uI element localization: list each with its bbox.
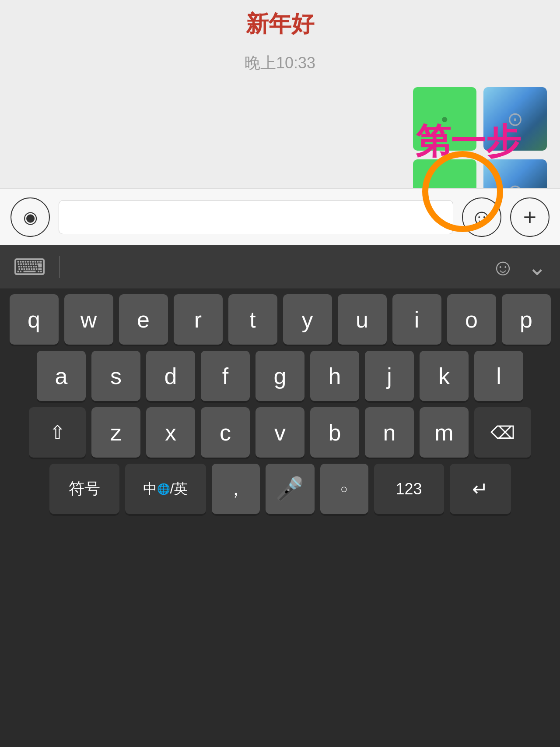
key-row-1: q w e r t y u i o p <box>4 294 556 345</box>
key-a[interactable]: a <box>37 351 86 401</box>
key-l[interactable]: l <box>474 351 523 401</box>
key-f[interactable]: f <box>201 351 250 401</box>
shift-arrow-icon: ⇧ <box>49 421 66 444</box>
key-e[interactable]: e <box>119 294 168 345</box>
key-row-4: 符号 中🌐/英 ， 🎤 ○ 123 ↵ <box>4 464 556 514</box>
table-row <box>413 87 547 151</box>
space-key[interactable]: 🎤 <box>266 464 315 514</box>
key-p[interactable]: p <box>502 294 551 345</box>
title-bar: 新年好 <box>0 0 560 44</box>
plus-icon: + <box>523 206 536 229</box>
emoji-button[interactable]: ☺ <box>462 197 501 237</box>
lang-key[interactable]: 中🌐/英 <box>125 464 206 514</box>
backspace-icon: ⌫ <box>490 423 515 443</box>
chat-area: 新年好 晚上10:33 第一步 <box>0 0 560 188</box>
shift-key[interactable]: ⇧ <box>29 407 86 458</box>
key-q[interactable]: q <box>10 294 59 345</box>
key-g[interactable]: g <box>256 351 304 401</box>
keyboard-toolbar: ⌨ ☺ ⌄ <box>0 245 560 289</box>
return-key[interactable]: ↵ <box>450 464 511 514</box>
symbol-key[interactable]: 符号 <box>49 464 119 514</box>
message-thumb-green-1[interactable] <box>413 87 476 151</box>
backspace-key[interactable]: ⌫ <box>474 407 531 458</box>
keyboard-divider <box>59 256 60 278</box>
keys-area: q w e r t y u i o p a s d f g h j k l ⇧ … <box>0 289 560 747</box>
voice-button[interactable]: ◉ <box>10 197 50 237</box>
keyboard-left-controls: ⌨ <box>13 254 60 280</box>
period-key[interactable]: ○ <box>320 464 368 514</box>
timestamp: 晚上10:33 <box>245 53 315 74</box>
message-thumb-photo-1[interactable] <box>483 87 547 151</box>
keyboard-dismiss-icon[interactable]: ⌄ <box>528 254 547 280</box>
num-key[interactable]: 123 <box>374 464 444 514</box>
text-input[interactable] <box>59 200 453 234</box>
key-row-3: ⇧ z x c v b n m ⌫ <box>4 407 556 458</box>
key-n[interactable]: n <box>365 407 414 458</box>
key-o[interactable]: o <box>447 294 496 345</box>
comma-key[interactable]: ， <box>212 464 260 514</box>
keyboard-right-controls: ☺ ⌄ <box>491 254 547 280</box>
keyboard-area: ⌨ ☺ ⌄ q w e r t y u i o p a s d f g <box>0 245 560 747</box>
key-v[interactable]: v <box>256 407 304 458</box>
key-k[interactable]: k <box>420 351 469 401</box>
chat-title: 新年好 <box>246 11 314 36</box>
key-c[interactable]: c <box>201 407 250 458</box>
key-d[interactable]: d <box>146 351 195 401</box>
globe-keyboard-icon[interactable]: ⌨ <box>13 254 46 280</box>
voice-icon: ◉ <box>23 208 38 227</box>
microphone-icon: 🎤 <box>276 476 304 502</box>
key-b[interactable]: b <box>310 407 359 458</box>
key-z[interactable]: z <box>91 407 140 458</box>
key-i[interactable]: i <box>392 294 441 345</box>
plus-button[interactable]: + <box>510 197 550 237</box>
key-y[interactable]: y <box>283 294 332 345</box>
key-s[interactable]: s <box>91 351 140 401</box>
input-bar: ◉ ☺ + <box>0 188 560 245</box>
key-t[interactable]: t <box>228 294 277 345</box>
key-u[interactable]: u <box>338 294 387 345</box>
key-r[interactable]: r <box>174 294 223 345</box>
emoji-icon: ☺ <box>470 204 493 230</box>
key-h[interactable]: h <box>310 351 359 401</box>
key-m[interactable]: m <box>420 407 469 458</box>
keyboard-emoji-icon[interactable]: ☺ <box>491 254 514 280</box>
key-w[interactable]: w <box>64 294 113 345</box>
msg-images <box>413 87 547 151</box>
key-j[interactable]: j <box>365 351 414 401</box>
key-x[interactable]: x <box>146 407 195 458</box>
key-row-2: a s d f g h j k l <box>4 351 556 401</box>
